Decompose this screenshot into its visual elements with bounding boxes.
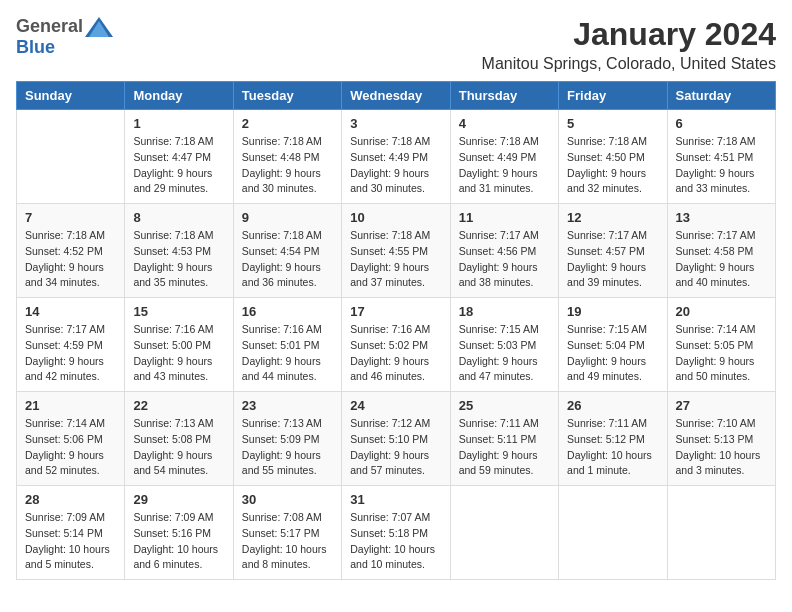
day-number: 17 bbox=[350, 304, 441, 319]
header: General Blue January 2024 Manitou Spring… bbox=[16, 16, 776, 73]
day-info: Sunrise: 7:18 AMSunset: 4:49 PMDaylight:… bbox=[459, 134, 550, 197]
logo-icon bbox=[85, 17, 113, 37]
calendar-day-cell: 30 Sunrise: 7:08 AMSunset: 5:17 PMDaylig… bbox=[233, 486, 341, 580]
day-number: 24 bbox=[350, 398, 441, 413]
day-number: 21 bbox=[25, 398, 116, 413]
calendar-week-row: 21 Sunrise: 7:14 AMSunset: 5:06 PMDaylig… bbox=[17, 392, 776, 486]
calendar-day-cell bbox=[450, 486, 558, 580]
day-info: Sunrise: 7:18 AMSunset: 4:54 PMDaylight:… bbox=[242, 228, 333, 291]
calendar-week-row: 28 Sunrise: 7:09 AMSunset: 5:14 PMDaylig… bbox=[17, 486, 776, 580]
day-info: Sunrise: 7:12 AMSunset: 5:10 PMDaylight:… bbox=[350, 416, 441, 479]
calendar-day-cell: 26 Sunrise: 7:11 AMSunset: 5:12 PMDaylig… bbox=[559, 392, 667, 486]
day-info: Sunrise: 7:10 AMSunset: 5:13 PMDaylight:… bbox=[676, 416, 767, 479]
calendar-day-cell: 16 Sunrise: 7:16 AMSunset: 5:01 PMDaylig… bbox=[233, 298, 341, 392]
calendar-day-cell: 5 Sunrise: 7:18 AMSunset: 4:50 PMDayligh… bbox=[559, 110, 667, 204]
calendar-day-cell: 11 Sunrise: 7:17 AMSunset: 4:56 PMDaylig… bbox=[450, 204, 558, 298]
calendar-day-cell: 22 Sunrise: 7:13 AMSunset: 5:08 PMDaylig… bbox=[125, 392, 233, 486]
logo-blue: Blue bbox=[16, 37, 55, 58]
day-number: 18 bbox=[459, 304, 550, 319]
day-number: 1 bbox=[133, 116, 224, 131]
day-number: 6 bbox=[676, 116, 767, 131]
day-number: 20 bbox=[676, 304, 767, 319]
day-number: 9 bbox=[242, 210, 333, 225]
day-info: Sunrise: 7:17 AMSunset: 4:59 PMDaylight:… bbox=[25, 322, 116, 385]
calendar-title: January 2024 bbox=[482, 16, 776, 53]
day-number: 30 bbox=[242, 492, 333, 507]
day-number: 22 bbox=[133, 398, 224, 413]
calendar-day-cell: 10 Sunrise: 7:18 AMSunset: 4:55 PMDaylig… bbox=[342, 204, 450, 298]
day-number: 19 bbox=[567, 304, 658, 319]
calendar-week-row: 1 Sunrise: 7:18 AMSunset: 4:47 PMDayligh… bbox=[17, 110, 776, 204]
day-number: 15 bbox=[133, 304, 224, 319]
weekday-header-cell: Wednesday bbox=[342, 82, 450, 110]
calendar-day-cell bbox=[667, 486, 775, 580]
day-info: Sunrise: 7:17 AMSunset: 4:57 PMDaylight:… bbox=[567, 228, 658, 291]
day-info: Sunrise: 7:13 AMSunset: 5:08 PMDaylight:… bbox=[133, 416, 224, 479]
day-number: 10 bbox=[350, 210, 441, 225]
day-info: Sunrise: 7:16 AMSunset: 5:00 PMDaylight:… bbox=[133, 322, 224, 385]
day-info: Sunrise: 7:16 AMSunset: 5:02 PMDaylight:… bbox=[350, 322, 441, 385]
day-info: Sunrise: 7:07 AMSunset: 5:18 PMDaylight:… bbox=[350, 510, 441, 573]
calendar-day-cell: 7 Sunrise: 7:18 AMSunset: 4:52 PMDayligh… bbox=[17, 204, 125, 298]
day-info: Sunrise: 7:13 AMSunset: 5:09 PMDaylight:… bbox=[242, 416, 333, 479]
calendar-day-cell bbox=[17, 110, 125, 204]
day-info: Sunrise: 7:18 AMSunset: 4:47 PMDaylight:… bbox=[133, 134, 224, 197]
day-number: 13 bbox=[676, 210, 767, 225]
calendar-day-cell: 15 Sunrise: 7:16 AMSunset: 5:00 PMDaylig… bbox=[125, 298, 233, 392]
day-info: Sunrise: 7:16 AMSunset: 5:01 PMDaylight:… bbox=[242, 322, 333, 385]
calendar-day-cell: 6 Sunrise: 7:18 AMSunset: 4:51 PMDayligh… bbox=[667, 110, 775, 204]
title-area: January 2024 Manitou Springs, Colorado, … bbox=[482, 16, 776, 73]
calendar-day-cell: 9 Sunrise: 7:18 AMSunset: 4:54 PMDayligh… bbox=[233, 204, 341, 298]
calendar-day-cell: 21 Sunrise: 7:14 AMSunset: 5:06 PMDaylig… bbox=[17, 392, 125, 486]
weekday-header-cell: Tuesday bbox=[233, 82, 341, 110]
calendar-day-cell: 17 Sunrise: 7:16 AMSunset: 5:02 PMDaylig… bbox=[342, 298, 450, 392]
day-number: 25 bbox=[459, 398, 550, 413]
logo-general: General bbox=[16, 16, 83, 37]
day-number: 11 bbox=[459, 210, 550, 225]
calendar-day-cell: 18 Sunrise: 7:15 AMSunset: 5:03 PMDaylig… bbox=[450, 298, 558, 392]
logo: General Blue bbox=[16, 16, 113, 58]
day-info: Sunrise: 7:08 AMSunset: 5:17 PMDaylight:… bbox=[242, 510, 333, 573]
day-number: 4 bbox=[459, 116, 550, 131]
day-info: Sunrise: 7:11 AMSunset: 5:12 PMDaylight:… bbox=[567, 416, 658, 479]
day-info: Sunrise: 7:15 AMSunset: 5:03 PMDaylight:… bbox=[459, 322, 550, 385]
day-number: 3 bbox=[350, 116, 441, 131]
day-number: 26 bbox=[567, 398, 658, 413]
calendar-day-cell: 13 Sunrise: 7:17 AMSunset: 4:58 PMDaylig… bbox=[667, 204, 775, 298]
day-info: Sunrise: 7:17 AMSunset: 4:58 PMDaylight:… bbox=[676, 228, 767, 291]
calendar-day-cell: 25 Sunrise: 7:11 AMSunset: 5:11 PMDaylig… bbox=[450, 392, 558, 486]
calendar-day-cell: 31 Sunrise: 7:07 AMSunset: 5:18 PMDaylig… bbox=[342, 486, 450, 580]
day-number: 8 bbox=[133, 210, 224, 225]
calendar-table: SundayMondayTuesdayWednesdayThursdayFrid… bbox=[16, 81, 776, 580]
calendar-day-cell: 8 Sunrise: 7:18 AMSunset: 4:53 PMDayligh… bbox=[125, 204, 233, 298]
day-info: Sunrise: 7:09 AMSunset: 5:14 PMDaylight:… bbox=[25, 510, 116, 573]
day-info: Sunrise: 7:18 AMSunset: 4:53 PMDaylight:… bbox=[133, 228, 224, 291]
day-info: Sunrise: 7:18 AMSunset: 4:49 PMDaylight:… bbox=[350, 134, 441, 197]
day-number: 29 bbox=[133, 492, 224, 507]
calendar-day-cell bbox=[559, 486, 667, 580]
weekday-header-cell: Sunday bbox=[17, 82, 125, 110]
calendar-week-row: 14 Sunrise: 7:17 AMSunset: 4:59 PMDaylig… bbox=[17, 298, 776, 392]
calendar-day-cell: 1 Sunrise: 7:18 AMSunset: 4:47 PMDayligh… bbox=[125, 110, 233, 204]
calendar-day-cell: 20 Sunrise: 7:14 AMSunset: 5:05 PMDaylig… bbox=[667, 298, 775, 392]
calendar-day-cell: 24 Sunrise: 7:12 AMSunset: 5:10 PMDaylig… bbox=[342, 392, 450, 486]
calendar-day-cell: 23 Sunrise: 7:13 AMSunset: 5:09 PMDaylig… bbox=[233, 392, 341, 486]
day-number: 28 bbox=[25, 492, 116, 507]
day-info: Sunrise: 7:18 AMSunset: 4:55 PMDaylight:… bbox=[350, 228, 441, 291]
day-number: 14 bbox=[25, 304, 116, 319]
calendar-day-cell: 12 Sunrise: 7:17 AMSunset: 4:57 PMDaylig… bbox=[559, 204, 667, 298]
calendar-body: 1 Sunrise: 7:18 AMSunset: 4:47 PMDayligh… bbox=[17, 110, 776, 580]
day-info: Sunrise: 7:18 AMSunset: 4:52 PMDaylight:… bbox=[25, 228, 116, 291]
day-number: 5 bbox=[567, 116, 658, 131]
day-number: 2 bbox=[242, 116, 333, 131]
calendar-day-cell: 19 Sunrise: 7:15 AMSunset: 5:04 PMDaylig… bbox=[559, 298, 667, 392]
day-info: Sunrise: 7:18 AMSunset: 4:51 PMDaylight:… bbox=[676, 134, 767, 197]
calendar-week-row: 7 Sunrise: 7:18 AMSunset: 4:52 PMDayligh… bbox=[17, 204, 776, 298]
day-number: 23 bbox=[242, 398, 333, 413]
weekday-header-cell: Thursday bbox=[450, 82, 558, 110]
day-info: Sunrise: 7:18 AMSunset: 4:48 PMDaylight:… bbox=[242, 134, 333, 197]
day-info: Sunrise: 7:14 AMSunset: 5:05 PMDaylight:… bbox=[676, 322, 767, 385]
calendar-day-cell: 27 Sunrise: 7:10 AMSunset: 5:13 PMDaylig… bbox=[667, 392, 775, 486]
day-info: Sunrise: 7:18 AMSunset: 4:50 PMDaylight:… bbox=[567, 134, 658, 197]
calendar-subtitle: Manitou Springs, Colorado, United States bbox=[482, 55, 776, 73]
